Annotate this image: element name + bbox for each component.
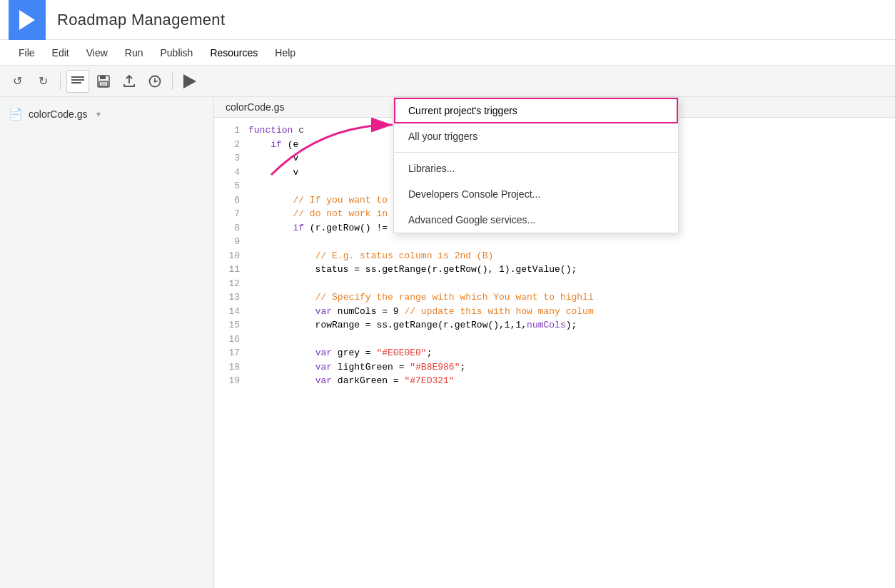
history-icon xyxy=(148,75,161,88)
code-line-15: rowRange = ss.getRange(r.getRow(),1,1,nu… xyxy=(248,318,895,333)
dropdown-item-advanced-services[interactable]: Advanced Google services... xyxy=(394,207,678,233)
line-num: 10 xyxy=(214,249,240,263)
script-icon xyxy=(71,76,84,86)
line-num: 18 xyxy=(214,360,240,375)
dropdown-item-all-triggers[interactable]: All your triggers xyxy=(394,123,678,149)
code-line-12 xyxy=(248,277,895,291)
line-num: 9 xyxy=(214,235,240,249)
menu-item-view[interactable]: View xyxy=(79,44,115,61)
toolbar-separator-1 xyxy=(60,73,61,90)
svg-rect-6 xyxy=(101,82,106,86)
code-line-17: var grey = "#E0E0E0"; xyxy=(248,346,895,360)
line-num: 11 xyxy=(214,263,240,277)
logo-icon xyxy=(19,10,35,30)
resources-dropdown: Current project's triggers All your trig… xyxy=(393,97,679,233)
menu-item-run[interactable]: Run xyxy=(118,44,151,61)
menu-item-edit[interactable]: Edit xyxy=(45,44,76,61)
logo-box xyxy=(9,0,46,40)
code-line-9 xyxy=(248,235,895,249)
code-line-10: // E.g. status column is 2nd (B) xyxy=(248,249,895,263)
save-icon xyxy=(97,75,110,88)
line-num: 4 xyxy=(214,166,240,180)
toolbar: ↺ ↻ xyxy=(0,66,895,97)
line-num: 2 xyxy=(214,138,240,152)
upload-icon xyxy=(123,75,136,88)
line-num: 15 xyxy=(214,318,240,333)
line-numbers: 1 2 3 4 5 6 7 8 9 10 11 12 13 14 15 16 1… xyxy=(214,123,248,388)
title-bar: Roadmap Management xyxy=(0,0,895,40)
undo-button[interactable]: ↺ xyxy=(6,70,29,93)
line-num: 19 xyxy=(214,374,240,388)
code-line-18: var lightGreen = "#B8E986"; xyxy=(248,360,895,375)
menu-item-help[interactable]: Help xyxy=(268,44,303,61)
line-num: 17 xyxy=(214,346,240,360)
script-editor-button[interactable] xyxy=(66,70,89,93)
svg-rect-1 xyxy=(71,79,84,81)
code-line-14: var numCols = 9 // update this with how … xyxy=(248,305,895,319)
line-num: 7 xyxy=(214,207,240,221)
run-triangle-icon xyxy=(183,74,196,88)
file-name: colorCode.gs xyxy=(29,108,88,120)
line-num: 13 xyxy=(214,290,240,305)
dropdown-divider-1 xyxy=(394,152,678,153)
svg-rect-4 xyxy=(100,76,106,79)
file-item-colorcode[interactable]: 📄 colorCode.gs ▾ xyxy=(0,103,213,125)
editor-tab-label: colorCode.gs xyxy=(226,101,285,113)
toolbar-separator-2 xyxy=(172,73,173,90)
line-num: 6 xyxy=(214,193,240,208)
line-num: 14 xyxy=(214,305,240,319)
line-num: 8 xyxy=(214,221,240,235)
code-line-11: status = ss.getRange(r.getRow(), 1).getV… xyxy=(248,263,895,277)
save-button[interactable] xyxy=(92,70,115,93)
dropdown-item-console-project[interactable]: Developers Console Project... xyxy=(394,181,678,207)
sidebar: 📄 colorCode.gs ▾ xyxy=(0,97,214,588)
app-title: Roadmap Management xyxy=(57,11,225,29)
menu-bar: File Edit View Run Publish Resources Hel… xyxy=(0,40,895,66)
code-line-19: var darkGreen = "#7ED321" xyxy=(248,374,895,388)
code-line-13: // Specify the range with which You want… xyxy=(248,290,895,305)
chevron-down-icon: ▾ xyxy=(96,109,101,119)
run-button[interactable] xyxy=(178,70,201,93)
line-num: 16 xyxy=(214,333,240,347)
upload-button[interactable] xyxy=(118,70,141,93)
menu-item-resources[interactable]: Resources xyxy=(203,44,265,61)
code-line-16 xyxy=(248,333,895,347)
line-num: 12 xyxy=(214,277,240,291)
menu-item-file[interactable]: File xyxy=(11,44,42,61)
line-num: 1 xyxy=(214,123,240,138)
line-num: 5 xyxy=(214,179,240,193)
line-num: 3 xyxy=(214,151,240,166)
dropdown-item-current-triggers[interactable]: Current project's triggers xyxy=(394,98,678,123)
history-button[interactable] xyxy=(143,70,166,93)
redo-button[interactable]: ↻ xyxy=(31,70,54,93)
file-icon: 📄 xyxy=(9,107,23,121)
menu-item-publish[interactable]: Publish xyxy=(153,44,200,61)
dropdown-item-libraries[interactable]: Libraries... xyxy=(394,156,678,181)
svg-rect-2 xyxy=(71,82,81,83)
svg-rect-0 xyxy=(71,76,84,78)
